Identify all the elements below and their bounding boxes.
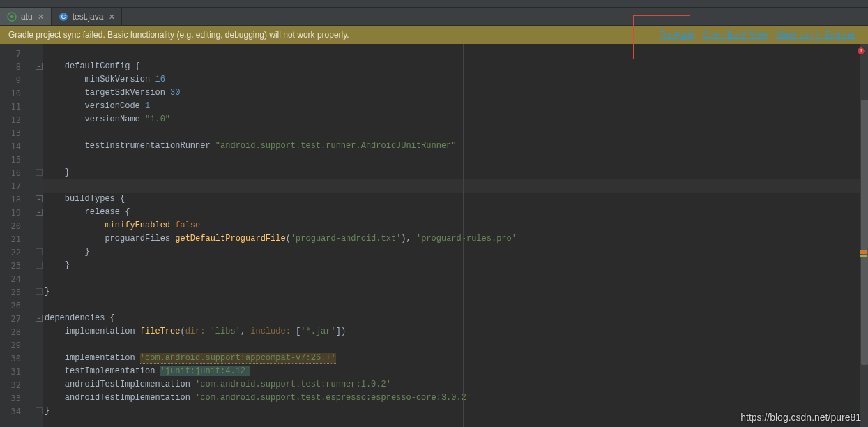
code-token: versionName — [85, 114, 145, 124]
fold-minus-icon[interactable]: − — [36, 63, 43, 70]
open-build-view-link[interactable]: Open 'Build' View — [703, 30, 768, 40]
code-line[interactable] — [43, 338, 868, 352]
scrollbar-mark[interactable] — [860, 252, 867, 254]
fold-minus-icon[interactable]: − — [36, 209, 43, 216]
gutter-line: 33 — [0, 391, 43, 405]
code-token: 'com.android.support.test.espresso:espre… — [195, 393, 471, 403]
code-token: dependencies — [45, 313, 105, 323]
gutter-line: 34 — [0, 405, 43, 418]
fold-end-icon[interactable] — [36, 248, 43, 255]
code-line[interactable]: buildTypes { — [43, 193, 868, 206]
code-token — [45, 75, 85, 84]
code-token — [45, 366, 65, 376]
line-number: 14 — [0, 142, 21, 151]
line-number: 9 — [0, 75, 21, 85]
code-line[interactable]: testInstrumentationRunner "android.suppo… — [43, 140, 868, 153]
code-token: 'proguard-rules.pro' — [416, 234, 517, 244]
code-token — [45, 194, 65, 204]
fold-minus-icon[interactable]: − — [36, 315, 43, 322]
gutter-line: 8− — [0, 60, 43, 73]
code-pane[interactable]: defaultConfig { minSdkVersion 16 targetS… — [43, 44, 868, 427]
code-line[interactable] — [43, 299, 868, 312]
code-line[interactable]: implementation 'com.android.support:appc… — [43, 352, 868, 365]
tab-atu[interactable]: atu × — [0, 8, 52, 25]
code-token: 30 — [170, 88, 180, 98]
fold-end-icon[interactable] — [36, 288, 43, 295]
line-number: 8 — [0, 62, 21, 72]
code-line[interactable] — [43, 47, 868, 60]
line-number: 27 — [0, 314, 21, 324]
gradle-icon — [7, 12, 17, 22]
scrollbar-track[interactable] — [860, 44, 868, 427]
scrollbar-mark[interactable] — [860, 255, 867, 257]
code-token: include: — [250, 327, 296, 336]
code-token: getDefaultProguardFile — [175, 234, 285, 244]
gutter-line: 30 — [0, 352, 43, 365]
gutter: 78−910111213141516 1718−19−202122 23 242… — [0, 44, 43, 427]
code-line[interactable]: proguardFiles getDefaultProguardFile('pr… — [43, 232, 868, 246]
code-token: 'libs' — [211, 327, 241, 336]
gutter-line: 15 — [0, 153, 43, 166]
fold-end-icon[interactable] — [36, 407, 43, 414]
tab-test-java[interactable]: C test.java × — [52, 8, 123, 25]
code-line[interactable]: } — [43, 285, 868, 299]
code-line[interactable]: dependencies { — [43, 312, 868, 325]
close-icon[interactable]: × — [37, 13, 45, 21]
line-number: 21 — [0, 234, 21, 244]
code-line[interactable] — [43, 153, 868, 166]
code-token: "android.support.test.runner.AndroidJUni… — [215, 141, 457, 151]
code-line[interactable]: } — [43, 259, 868, 272]
code-line[interactable]: minifyEnabled false — [43, 219, 868, 232]
code-line[interactable]: release { — [43, 206, 868, 219]
code-line[interactable] — [43, 179, 868, 193]
close-icon[interactable]: × — [107, 13, 116, 21]
fold-minus-icon[interactable]: − — [36, 195, 43, 202]
show-log-link[interactable]: Show Log in Explorer — [776, 30, 855, 40]
gutter-line: 17 — [0, 179, 43, 193]
code-line[interactable]: testImplementation 'junit:junit:4.12' — [43, 365, 868, 378]
code-line[interactable]: } — [43, 246, 868, 259]
fold-end-icon[interactable] — [36, 262, 43, 269]
line-number: 25 — [0, 287, 21, 297]
fold-end-icon[interactable] — [36, 169, 43, 176]
code-token — [45, 393, 65, 403]
code-token: testImplementation — [65, 366, 160, 376]
code-token: ]) — [336, 327, 346, 336]
gutter-line: 24 — [0, 272, 43, 285]
code-token: { — [115, 194, 125, 204]
code-line[interactable]: versionName "1.0" — [43, 113, 868, 126]
code-line[interactable]: } — [43, 166, 868, 179]
gutter-line: 12 — [0, 113, 43, 126]
error-indicator-icon[interactable]: ! — [858, 47, 865, 54]
svg-text:C: C — [61, 13, 66, 20]
code-line[interactable]: targetSdkVersion 30 — [43, 87, 868, 100]
code-line[interactable]: androidTestImplementation 'com.android.s… — [43, 391, 868, 405]
code-token — [45, 207, 85, 217]
code-token: ), — [401, 234, 416, 244]
code-token: { — [130, 61, 139, 71]
code-line[interactable]: versionCode 1 — [43, 100, 868, 113]
code-token: fileTree — [140, 327, 181, 336]
code-line[interactable]: androidTestImplementation 'com.android.s… — [43, 378, 868, 391]
code-token: } — [45, 406, 50, 416]
gutter-line: 29 — [0, 338, 43, 352]
code-token: '*.jar' — [300, 327, 335, 336]
line-number: 7 — [0, 49, 21, 59]
code-token: implementation — [65, 353, 140, 363]
gutter-line: 10 — [0, 87, 43, 100]
code-line[interactable]: implementation fileTree(dir: 'libs', inc… — [43, 325, 868, 338]
code-line[interactable]: minSdkVersion 16 — [43, 73, 868, 87]
code-token: { — [120, 207, 130, 217]
gutter-line: 27− — [0, 312, 43, 325]
code-token: dir: — [185, 327, 211, 336]
code-token: defaultConfig — [65, 61, 130, 71]
try-again-link[interactable]: Try Again — [660, 30, 694, 40]
notification-bar: Gradle project sync failed. Basic functi… — [0, 26, 868, 44]
line-number: 33 — [0, 394, 21, 403]
scrollbar-thumb[interactable] — [861, 100, 868, 365]
code-line[interactable] — [43, 272, 868, 285]
code-line[interactable] — [43, 126, 868, 140]
code-token: { — [105, 313, 114, 323]
gutter-line: 20 — [0, 219, 43, 232]
code-line[interactable]: defaultConfig { — [43, 60, 868, 73]
